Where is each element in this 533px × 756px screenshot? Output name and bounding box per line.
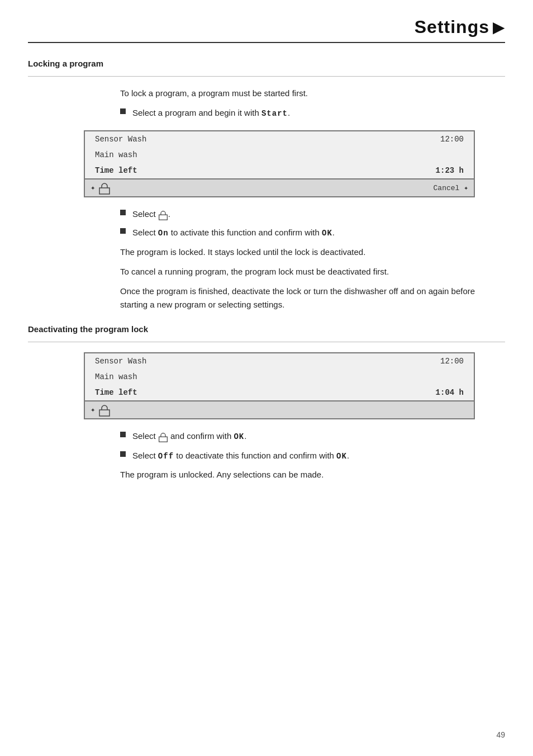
locking-para-1: The program is locked. It stays locked u… <box>120 245 500 258</box>
locking-bullet-1-text: Select a program and begin it with Start… <box>132 106 290 120</box>
svg-rect-1 <box>159 215 167 220</box>
display-bottom-row-2: ✦ <box>85 400 474 418</box>
display-bottom-left-1: ✦ <box>91 182 111 193</box>
star-icon-2: ✦ <box>91 405 95 414</box>
svg-rect-2 <box>99 410 110 416</box>
locking-bullet-3-text: Select On to activate this function and … <box>132 226 335 240</box>
display-clock-1: 12:00 <box>440 135 464 144</box>
lock-icon-inline-1 <box>158 210 168 219</box>
display-sensor-wash-2: Sensor Wash <box>95 357 146 366</box>
bullet-icon-5 <box>120 451 126 457</box>
display-sensor-wash-1: Sensor Wash <box>95 135 146 144</box>
off-label: Off <box>158 452 174 461</box>
display-row-time-left-2: Time left 1:04 h <box>85 385 474 400</box>
start-label: Start <box>261 109 288 118</box>
deactivating-bullet-1: Select and confirm with OK. <box>120 429 500 443</box>
deactivating-bullet-2-text: Select Off to deactivate this function a… <box>132 449 349 463</box>
page-header: Settings ▶ <box>28 17 505 43</box>
bullet-icon-3 <box>120 228 126 234</box>
display-time-left-label-1: Time left <box>95 166 137 175</box>
lock-icon-2 <box>98 404 111 415</box>
svg-rect-0 <box>99 188 110 194</box>
display-bottom-left-2: ✦ <box>91 404 111 415</box>
star-icon-1: ✦ <box>91 183 95 192</box>
ok-label-2: OK <box>234 432 244 441</box>
display-cancel-label-1: Cancel ✦ <box>434 183 468 192</box>
locking-intro: To lock a program, a program must be sta… <box>120 87 500 100</box>
bullet-icon-2 <box>120 210 126 215</box>
locking-bullet-2: Select . <box>120 207 500 220</box>
deactivating-bullet-1-text: Select and confirm with OK. <box>132 429 246 443</box>
lock-icon-inline-2 <box>158 432 168 441</box>
header-arrow-icon: ▶ <box>493 18 505 36</box>
deactivating-para-1: The program is unlocked. Any selections … <box>120 468 500 481</box>
lock-icon-1 <box>98 182 111 193</box>
page-title: Settings <box>415 17 489 37</box>
ok-label-3: OK <box>336 452 347 461</box>
on-label: On <box>158 229 169 238</box>
display-main-wash-1: Main wash <box>95 150 137 159</box>
display-row-time-left: Time left 1:23 h <box>85 163 474 178</box>
display-main-wash-2: Main wash <box>95 372 137 381</box>
display-row-main-wash: Main wash <box>85 147 474 163</box>
bullet-icon-1 <box>120 108 126 114</box>
display-row-sensor-time-2: Sensor Wash 12:00 <box>85 353 474 369</box>
svg-rect-3 <box>159 437 167 442</box>
display-time-left-label-2: Time left <box>95 388 137 397</box>
locking-para-2: To cancel a running program, the program… <box>120 265 500 278</box>
display-clock-2: 12:00 <box>440 357 464 366</box>
display-panel-2: Sensor Wash 12:00 Main wash Time left 1:… <box>84 352 475 419</box>
deactivating-bullet-2: Select Off to deactivate this function a… <box>120 449 500 463</box>
display-time-left-value-1: 1:23 h <box>436 166 464 175</box>
locking-bullet-2-text: Select . <box>132 207 170 220</box>
ok-label-1: OK <box>322 229 332 238</box>
section-deactivating-heading: Deactivating the program lock <box>28 324 505 334</box>
display-bottom-row-1: ✦ Cancel ✦ <box>85 178 474 196</box>
locking-bullet-3: Select On to activate this function and … <box>120 226 500 240</box>
display-row-sensor-time: Sensor Wash 12:00 <box>85 131 474 147</box>
page-number: 49 <box>496 730 505 739</box>
display-time-left-value-2: 1:04 h <box>436 388 464 397</box>
locking-bullet-1: Select a program and begin it with Start… <box>120 106 500 120</box>
display-panel-1: Sensor Wash 12:00 Main wash Time left 1:… <box>84 130 475 197</box>
bullet-icon-4 <box>120 432 126 437</box>
section-locking-heading: Locking a program <box>28 59 505 68</box>
locking-para-3: Once the program is finished, deactivate… <box>120 285 500 311</box>
display-row-main-wash-2: Main wash <box>85 369 474 385</box>
section-deactivating: Deactivating the program lock Sensor Was… <box>28 324 505 481</box>
section-locking: Locking a program To lock a program, a p… <box>28 59 505 311</box>
